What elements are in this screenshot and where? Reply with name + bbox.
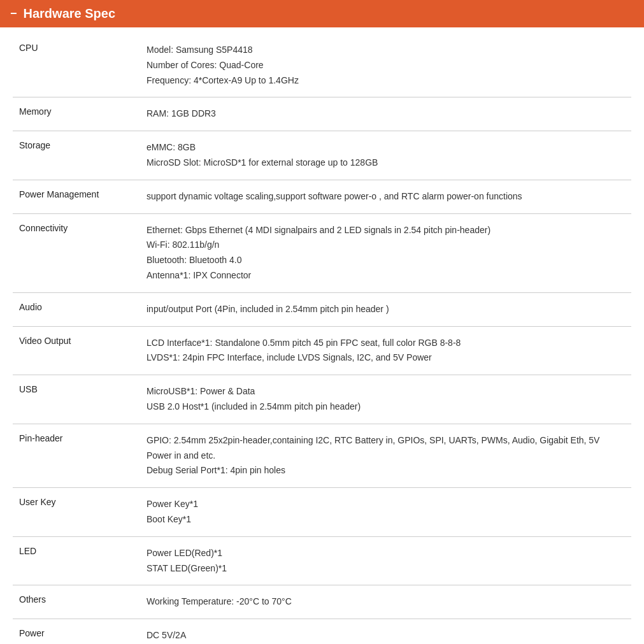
spec-value-line: eMMC: 8GB bbox=[147, 140, 625, 155]
spec-value: Working Temperature: -20°C to 70°C bbox=[140, 585, 631, 619]
spec-label: Video Output bbox=[13, 326, 140, 375]
spec-value: LCD Interface*1: Standalone 0.5mm pitch … bbox=[140, 326, 631, 375]
spec-value-line: MicroUSB*1: Power & Data bbox=[147, 384, 625, 399]
spec-value-line: Bluetooth: Bluetooth 4.0 bbox=[147, 253, 625, 268]
spec-label: Connectivity bbox=[13, 213, 140, 292]
spec-value-line: Power Key*1 bbox=[147, 497, 625, 512]
spec-value: support dynamic voltage scaling,support … bbox=[140, 180, 631, 213]
spec-value: input/output Port (4Pin, included in 2.5… bbox=[140, 292, 631, 326]
table-row: Audioinput/output Port (4Pin, included i… bbox=[13, 292, 631, 326]
table-row: CPUModel: Samsung S5P4418Number of Cores… bbox=[13, 34, 631, 97]
spec-value-line: Number of Cores: Quad-Core bbox=[147, 58, 625, 73]
table-row: PowerDC 5V/2A bbox=[13, 619, 631, 644]
spec-value: Power LED(Red)*1STAT LED(Green)*1 bbox=[140, 536, 631, 585]
table-row: OthersWorking Temperature: -20°C to 70°C bbox=[13, 585, 631, 619]
spec-label: CPU bbox=[13, 34, 140, 97]
table-row: Pin-headerGPIO: 2.54mm 25x2pin-header,co… bbox=[13, 424, 631, 487]
spec-value-line: Debug Serial Port*1: 4pin pin holes bbox=[147, 463, 625, 478]
spec-label: Storage bbox=[13, 131, 140, 180]
table-row: StorageeMMC: 8GBMicroSD Slot: MicroSD*1 … bbox=[13, 131, 631, 180]
spec-value: Power Key*1Boot Key*1 bbox=[140, 488, 631, 537]
spec-value-line: Wi-Fi: 802.11b/g/n bbox=[147, 238, 625, 253]
spec-label: USB bbox=[13, 375, 140, 424]
spec-value-line: Model: Samsung S5P4418 bbox=[147, 43, 625, 58]
spec-value-line: RAM: 1GB DDR3 bbox=[147, 106, 625, 122]
table-row: MemoryRAM: 1GB DDR3 bbox=[13, 97, 631, 131]
spec-label: User Key bbox=[13, 488, 140, 537]
spec-value-line: MicroSD Slot: MicroSD*1 for external sto… bbox=[147, 155, 625, 171]
table-row: User KeyPower Key*1Boot Key*1 bbox=[13, 488, 631, 537]
spec-value: MicroUSB*1: Power & DataUSB 2.0 Host*1 (… bbox=[140, 375, 631, 424]
spec-value: eMMC: 8GBMicroSD Slot: MicroSD*1 for ext… bbox=[140, 131, 631, 180]
spec-value: Model: Samsung S5P4418Number of Cores: Q… bbox=[140, 34, 631, 97]
spec-value-line: GPIO: 2.54mm 25x2pin-header,containing I… bbox=[147, 433, 625, 464]
spec-value-line: USB 2.0 Host*1 (included in 2.54mm pitch… bbox=[147, 399, 625, 415]
spec-table: CPUModel: Samsung S5P4418Number of Cores… bbox=[13, 34, 631, 644]
table-row: Power Managementsupport dynamic voltage … bbox=[13, 180, 631, 213]
spec-value: RAM: 1GB DDR3 bbox=[140, 97, 631, 131]
spec-value-line: Ethernet: Gbps Ethernet (4 MDI signalpai… bbox=[147, 223, 625, 238]
spec-label: LED bbox=[13, 536, 140, 585]
table-row: USBMicroUSB*1: Power & DataUSB 2.0 Host*… bbox=[13, 375, 631, 424]
spec-label: Others bbox=[13, 585, 140, 619]
table-row: Video OutputLCD Interface*1: Standalone … bbox=[13, 326, 631, 375]
spec-value: Ethernet: Gbps Ethernet (4 MDI signalpai… bbox=[140, 213, 631, 292]
spec-label: Memory bbox=[13, 97, 140, 131]
spec-value-line: DC 5V/2A bbox=[147, 628, 625, 643]
spec-value-line: Power LED(Red)*1 bbox=[147, 546, 625, 561]
spec-value-line: input/output Port (4Pin, included in 2.5… bbox=[147, 302, 625, 317]
spec-value-line: Boot Key*1 bbox=[147, 512, 625, 527]
spec-value-line: support dynamic voltage scaling,support … bbox=[147, 189, 625, 204]
spec-table-wrapper: CPUModel: Samsung S5P4418Number of Cores… bbox=[0, 27, 644, 644]
table-row: LEDPower LED(Red)*1STAT LED(Green)*1 bbox=[13, 536, 631, 585]
spec-value-line: Antenna*1: IPX Connector bbox=[147, 268, 625, 283]
spec-value: GPIO: 2.54mm 25x2pin-header,containing I… bbox=[140, 424, 631, 487]
spec-label: Power bbox=[13, 619, 140, 644]
spec-label: Audio bbox=[13, 292, 140, 326]
spec-value-line: Working Temperature: -20°C to 70°C bbox=[147, 594, 625, 610]
table-row: ConnectivityEthernet: Gbps Ethernet (4 M… bbox=[13, 213, 631, 292]
spec-value-line: LVDS*1: 24pin FPC Interface, include LVD… bbox=[147, 350, 625, 366]
spec-label: Power Management bbox=[13, 180, 140, 213]
spec-value-line: LCD Interface*1: Standalone 0.5mm pitch … bbox=[147, 336, 625, 351]
spec-value-line: Frequency: 4*Cortex-A9 Up to 1.4GHz bbox=[147, 73, 625, 89]
page-title: Hardware Spec bbox=[24, 6, 116, 21]
spec-label: Pin-header bbox=[13, 424, 140, 487]
spec-value-line: STAT LED(Green)*1 bbox=[147, 561, 625, 576]
collapse-icon: − bbox=[10, 7, 17, 20]
spec-value: DC 5V/2A bbox=[140, 619, 631, 644]
page-header: − Hardware Spec bbox=[0, 0, 644, 27]
